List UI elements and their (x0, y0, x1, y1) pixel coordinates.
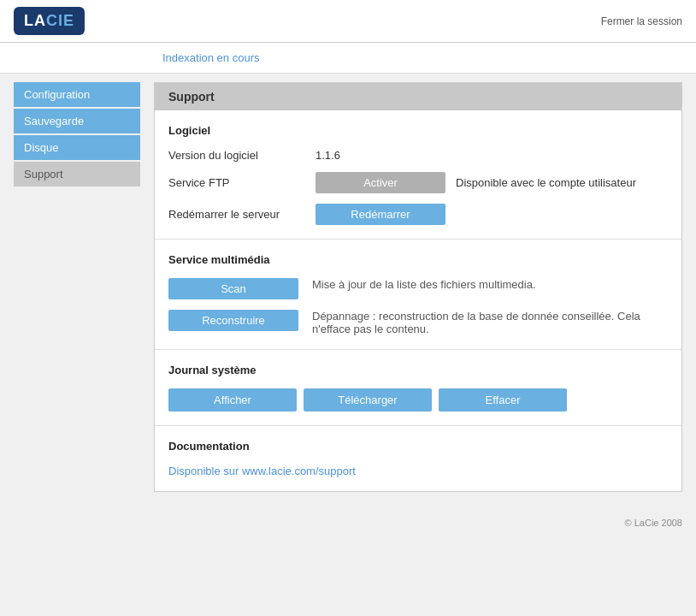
logo: LACIE (14, 7, 85, 35)
rebuild-row: Reconstruire Dépannage : reconstruction … (168, 310, 668, 335)
header: LACIE Fermer la session (0, 0, 696, 43)
main-content: Support Logiciel Version du logiciel 1.1… (154, 82, 682, 492)
documentation-title: Documentation (168, 440, 668, 453)
rebuild-note: Dépannage : reconstruction de la base de… (312, 310, 668, 335)
journal-buttons: Afficher Télécharger Effacer (168, 388, 668, 412)
ftp-note: Disponible avec le compte utilisateur (456, 176, 636, 189)
restart-label: Redémarrer le serveur (168, 208, 305, 221)
restart-row: Redémarrer le serveur Redémarrer (168, 204, 668, 225)
layout: Configuration Sauvegarde Disque Support … (0, 74, 696, 500)
rebuild-button[interactable]: Reconstruire (168, 310, 298, 331)
scan-note: Mise à jour de la liste des fichiers mul… (312, 278, 668, 291)
journal-download-button[interactable]: Télécharger (304, 388, 432, 412)
logo-la: LA (24, 12, 46, 29)
journal-show-button[interactable]: Afficher (168, 388, 297, 412)
journal-title: Journal système (168, 364, 668, 376)
multimedia-title: Service multimédia (168, 253, 668, 266)
sidebar: Configuration Sauvegarde Disque Support (14, 82, 140, 492)
section-journal: Journal système Afficher Télécharger Eff… (155, 350, 681, 426)
copyright: © LaCie 2008 (625, 518, 682, 528)
section-logiciel: Logiciel Version du logiciel 1.1.6 Servi… (155, 110, 681, 240)
support-card: Support Logiciel Version du logiciel 1.1… (154, 82, 682, 492)
logiciel-title: Logiciel (168, 124, 668, 137)
version-row: Version du logiciel 1.1.6 (168, 149, 668, 162)
restart-button[interactable]: Redémarrer (316, 204, 445, 225)
ftp-row: Service FTP Activer Disponible avec le c… (168, 172, 668, 193)
indexation-bar: Indexation en cours (0, 43, 696, 74)
sidebar-item-sauvegarde[interactable]: Sauvegarde (14, 109, 140, 133)
version-value: 1.1.6 (316, 149, 340, 162)
documentation-link[interactable]: Disponible sur www.lacie.com/support (168, 465, 356, 477)
logo-cie: CIE (46, 12, 74, 29)
session-link[interactable]: Fermer la session (601, 15, 682, 27)
journal-clear-button[interactable]: Effacer (439, 388, 567, 412)
indexation-link[interactable]: Indexation en cours (162, 51, 259, 64)
card-header: Support (155, 83, 681, 110)
section-documentation: Documentation Disponible sur www.lacie.c… (155, 426, 681, 491)
ftp-label: Service FTP (168, 176, 305, 189)
scan-row: Scan Mise à jour de la liste des fichier… (168, 278, 668, 299)
ftp-activate-button[interactable]: Activer (316, 172, 445, 193)
sidebar-item-disque[interactable]: Disque (14, 135, 140, 160)
footer: © LaCie 2008 (0, 500, 696, 545)
sidebar-item-configuration[interactable]: Configuration (14, 82, 140, 107)
card-title: Support (168, 90, 215, 104)
sidebar-item-support[interactable]: Support (14, 162, 140, 187)
scan-button[interactable]: Scan (168, 278, 298, 299)
version-label: Version du logiciel (168, 149, 305, 162)
section-multimedia: Service multimédia Scan Mise à jour de l… (155, 240, 681, 350)
